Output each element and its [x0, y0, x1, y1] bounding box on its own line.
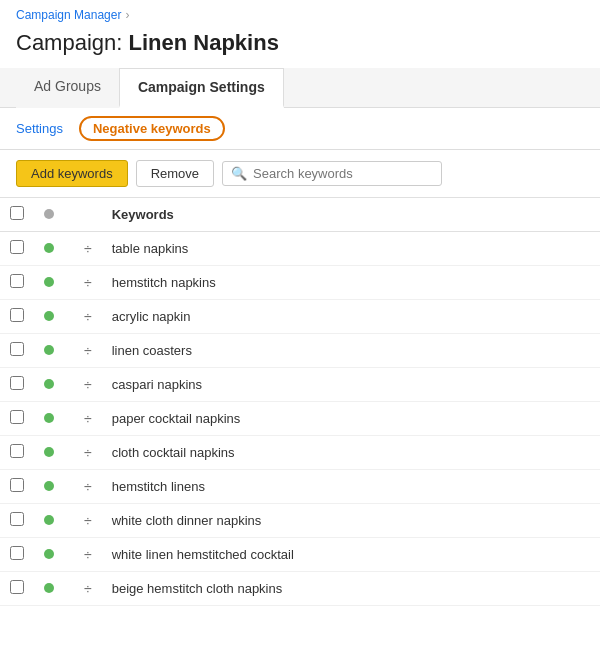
page-title-bold: Linen Napkins	[129, 30, 279, 55]
page-title: Campaign: Linen Napkins	[0, 26, 600, 68]
breadcrumb-link[interactable]: Campaign Manager	[16, 8, 121, 22]
keyword-text: caspari napkins	[112, 377, 202, 392]
status-dot	[44, 481, 54, 491]
status-dot	[44, 447, 54, 457]
search-input[interactable]	[253, 166, 433, 181]
row-checkbox[interactable]	[10, 410, 24, 424]
row-checkbox[interactable]	[10, 512, 24, 526]
keyword-text: paper cocktail napkins	[112, 411, 241, 426]
sort-icon[interactable]: ÷	[84, 377, 92, 393]
status-dot	[44, 413, 54, 423]
search-box: 🔍	[222, 161, 442, 186]
sort-icon[interactable]: ÷	[84, 445, 92, 461]
table-row: ÷linen coasters	[0, 334, 600, 368]
header-status-dot	[44, 209, 54, 219]
row-checkbox[interactable]	[10, 444, 24, 458]
row-checkbox[interactable]	[10, 240, 24, 254]
sort-icon[interactable]: ÷	[84, 411, 92, 427]
toolbar: Add keywords Remove 🔍	[0, 150, 600, 198]
header-status-col	[34, 198, 74, 232]
keyword-text: white linen hemstitched cocktail	[112, 547, 294, 562]
status-dot	[44, 515, 54, 525]
row-checkbox[interactable]	[10, 308, 24, 322]
status-dot	[44, 311, 54, 321]
table-row: ÷acrylic napkin	[0, 300, 600, 334]
sort-icon[interactable]: ÷	[84, 309, 92, 325]
sort-icon[interactable]: ÷	[84, 581, 92, 597]
status-dot	[44, 243, 54, 253]
row-checkbox[interactable]	[10, 546, 24, 560]
table-row: ÷caspari napkins	[0, 368, 600, 402]
table-row: ÷beige hemstitch cloth napkins	[0, 572, 600, 606]
page-title-prefix: Campaign:	[16, 30, 129, 55]
select-all-checkbox[interactable]	[10, 206, 24, 220]
keyword-text: cloth cocktail napkins	[112, 445, 235, 460]
keyword-text: table napkins	[112, 241, 189, 256]
keyword-text: linen coasters	[112, 343, 192, 358]
table-header-row: Keywords	[0, 198, 600, 232]
header-checkbox-col	[0, 198, 34, 232]
sort-icon[interactable]: ÷	[84, 343, 92, 359]
sort-icon[interactable]: ÷	[84, 513, 92, 529]
row-checkbox[interactable]	[10, 376, 24, 390]
status-dot	[44, 549, 54, 559]
table-row: ÷white linen hemstitched cocktail	[0, 538, 600, 572]
sub-tab-negative-keywords[interactable]: Negative keywords	[79, 116, 225, 141]
keywords-table: Keywords ÷table napkins÷hemstitch napkin…	[0, 198, 600, 606]
keyword-text: hemstitch napkins	[112, 275, 216, 290]
remove-button[interactable]: Remove	[136, 160, 214, 187]
row-checkbox[interactable]	[10, 342, 24, 356]
row-checkbox[interactable]	[10, 580, 24, 594]
keyword-text: white cloth dinner napkins	[112, 513, 262, 528]
table-row: ÷paper cocktail napkins	[0, 402, 600, 436]
status-dot	[44, 277, 54, 287]
tabs-bar: Ad Groups Campaign Settings	[0, 68, 600, 108]
row-checkbox[interactable]	[10, 478, 24, 492]
sort-icon[interactable]: ÷	[84, 547, 92, 563]
breadcrumb: Campaign Manager›	[0, 0, 600, 26]
table-row: ÷cloth cocktail napkins	[0, 436, 600, 470]
keyword-text: beige hemstitch cloth napkins	[112, 581, 283, 596]
sub-tabs: Settings Negative keywords	[0, 108, 600, 150]
tab-ad-groups[interactable]: Ad Groups	[16, 68, 119, 108]
header-sort-col	[74, 198, 102, 232]
table-row: ÷table napkins	[0, 232, 600, 266]
status-dot	[44, 345, 54, 355]
sort-icon[interactable]: ÷	[84, 275, 92, 291]
table-row: ÷white cloth dinner napkins	[0, 504, 600, 538]
add-keywords-button[interactable]: Add keywords	[16, 160, 128, 187]
table-row: ÷hemstitch linens	[0, 470, 600, 504]
sort-icon[interactable]: ÷	[84, 479, 92, 495]
keyword-text: hemstitch linens	[112, 479, 205, 494]
breadcrumb-separator: ›	[125, 8, 129, 22]
table-row: ÷hemstitch napkins	[0, 266, 600, 300]
sub-tab-settings[interactable]: Settings	[16, 121, 63, 136]
header-keywords: Keywords	[102, 198, 600, 232]
status-dot	[44, 379, 54, 389]
sort-icon[interactable]: ÷	[84, 241, 92, 257]
keyword-text: acrylic napkin	[112, 309, 191, 324]
tab-campaign-settings[interactable]: Campaign Settings	[119, 68, 284, 108]
status-dot	[44, 583, 54, 593]
row-checkbox[interactable]	[10, 274, 24, 288]
search-icon: 🔍	[231, 166, 247, 181]
